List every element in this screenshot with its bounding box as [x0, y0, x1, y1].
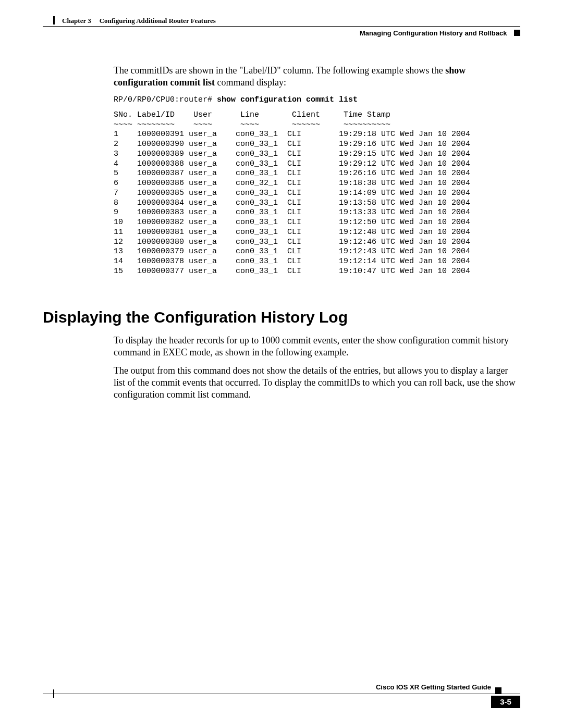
section-body: To display the header records for up to … [114, 335, 520, 407]
intro-text-post: command display: [217, 77, 286, 88]
section2-para1: To display the header records for up to … [114, 335, 520, 359]
header-square-icon [514, 30, 520, 36]
section2-p2-pre: The output from this command does not sh… [114, 365, 508, 388]
page-number: 3-5 [491, 696, 520, 708]
cli-command: show configuration commit list [217, 95, 358, 104]
section2-p1-post: command in EXEC mode, as shown in the fo… [114, 347, 348, 357]
footer-square-icon [495, 687, 501, 694]
body-content: The commitIDs are shown in the "Label/ID… [114, 65, 520, 277]
cli-prompt-line: RP/0/RP0/CPU0:router# show configuration… [114, 95, 520, 105]
chapter-title: Configuring Additional Router Features [100, 17, 216, 24]
cli-output-block: SNo. Label/ID User Line Client Time Stam… [114, 110, 520, 277]
footer-rule [43, 694, 520, 694]
header-tick-icon [53, 16, 55, 24]
running-footer: Cisco IOS XR Getting Started Guide 3-5 [43, 694, 520, 714]
section-title: Managing Configuration History and Rollb… [360, 29, 507, 37]
section-heading: Displaying the Configuration History Log [43, 309, 520, 326]
intro-text-pre: The commitIDs are shown in the "Label/ID… [114, 65, 445, 76]
header-rule [43, 26, 520, 27]
chapter-label: Chapter 3 [62, 17, 91, 24]
intro-paragraph: The commitIDs are shown in the "Label/ID… [114, 65, 520, 88]
section2-para2: The output from this command does not sh… [114, 365, 520, 401]
section2-p1-pre: To display the header records for up to … [114, 335, 377, 346]
book-title: Cisco IOS XR Getting Started Guide [376, 683, 491, 691]
cli-prompt: RP/0/RP0/CPU0:router# [114, 95, 217, 104]
page: Chapter 3 Configuring Additional Router … [0, 0, 563, 728]
section2-p1-bold: show configuration commit history [377, 335, 509, 346]
section2-p2-post: command. [209, 389, 251, 400]
